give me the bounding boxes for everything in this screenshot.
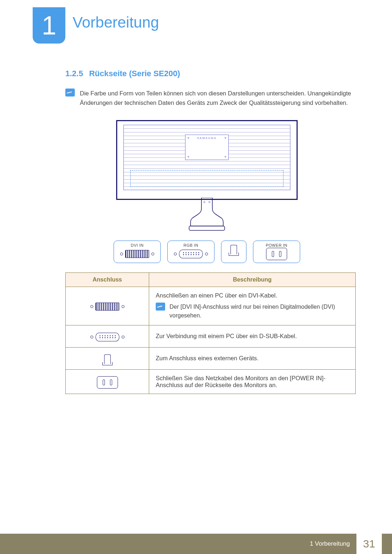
port-zone-highlight (130, 170, 283, 187)
table-row: Zum Anschluss eines externen Geräts. (66, 347, 356, 369)
svg-point-2 (209, 201, 210, 203)
brand-label: SAMSUNG (197, 136, 217, 140)
kensington-lock-callout (221, 241, 246, 263)
section-title: Rückseite (Serie SE200) (89, 69, 180, 78)
monitor-stand (187, 198, 227, 234)
rgb-in-port-callout: RGB IN (167, 241, 215, 263)
port-label: POWER IN (258, 243, 295, 247)
power-in-port-callout: POWER IN (253, 241, 300, 263)
note-icon (65, 89, 75, 97)
row-subnote: Der [DVI IN]-Anschluss wird nur bei rein… (156, 303, 349, 320)
section-heading: 1.2.5 Rückseite (Serie SE200) (65, 69, 356, 78)
intro-note-text: Die Farbe und Form von Teilen können sic… (80, 89, 356, 108)
port-callouts: DVI IN RGB IN POWER IN (94, 241, 319, 263)
table-header-beschreibung: Beschreibung (149, 272, 356, 287)
intro-note: Die Farbe und Form von Teilen können sic… (65, 89, 356, 108)
note-icon (156, 303, 165, 311)
svg-rect-0 (189, 226, 225, 230)
port-label: DVI IN (118, 243, 156, 247)
dvi-connector-icon (95, 303, 119, 311)
power-connector-icon (97, 376, 118, 389)
vesa-plate: SAMSUNG (185, 135, 229, 160)
vga-connector-icon (179, 250, 203, 258)
page-footer: 1 Vorbereitung 31 (0, 534, 392, 554)
section-number: 1.2.5 (65, 69, 83, 78)
row-description: Zur Verbindung mit einem PC über ein D-S… (149, 325, 356, 347)
lock-slot-icon (230, 245, 237, 254)
rear-diagram: SAMSUNG DVI IN RGB IN (94, 120, 319, 263)
page-header: 1 Vorbereitung (0, 0, 392, 44)
row-description: Anschließen an einen PC über ein DVI-Kab… (156, 292, 349, 299)
row-description: Schließen Sie das Netzkabel des Monitors… (149, 369, 356, 394)
monitor-outline: SAMSUNG (116, 120, 298, 200)
footer-page-number: 31 (356, 534, 382, 554)
dvi-in-port-callout: DVI IN (114, 241, 161, 263)
dvi-connector-icon (125, 250, 149, 258)
port-description-table: Anschluss Beschreibung Anschließen an ei… (65, 272, 356, 394)
lock-slot-icon (104, 354, 111, 364)
table-header-anschluss: Anschluss (66, 272, 149, 287)
power-connector-icon (266, 248, 287, 260)
chapter-title: Vorbereitung (73, 14, 159, 31)
row-description: Zum Anschluss eines externen Geräts. (149, 347, 356, 369)
table-row: Zur Verbindung mit einem PC über ein D-S… (66, 325, 356, 347)
table-row: Schließen Sie das Netzkabel des Monitors… (66, 369, 356, 394)
footer-breadcrumb: 1 Vorbereitung (310, 534, 356, 554)
vga-connector-icon (95, 333, 119, 341)
monitor-back-panel: SAMSUNG (123, 125, 290, 190)
chapter-number-badge: 1 (33, 7, 65, 44)
row-subnote-text: Der [DVI IN]-Anschluss wird nur bei rein… (170, 303, 349, 320)
page-content: 1.2.5 Rückseite (Serie SE200) Die Farbe … (0, 44, 392, 394)
svg-point-1 (204, 201, 205, 203)
table-row: Anschließen an einen PC über ein DVI-Kab… (66, 287, 356, 325)
port-label: RGB IN (172, 243, 210, 247)
